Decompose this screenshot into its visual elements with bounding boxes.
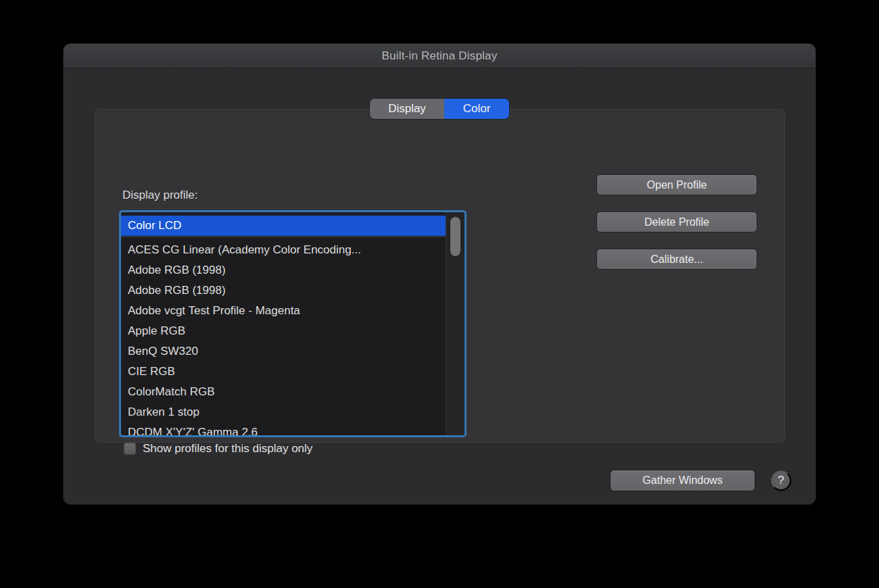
- open-profile-button[interactable]: Open Profile: [597, 175, 757, 195]
- calibrate-button[interactable]: Calibrate...: [597, 249, 757, 269]
- profile-row[interactable]: BenQ SW320: [121, 341, 446, 362]
- profile-row[interactable]: Adobe RGB (1998): [121, 280, 446, 301]
- profile-row[interactable]: Adobe RGB (1998): [121, 260, 446, 280]
- display-color-segmented-control: Display Color: [370, 99, 509, 119]
- profile-row[interactable]: Darken 1 stop: [121, 402, 446, 422]
- profile-row[interactable]: ACES CG Linear (Academy Color Encoding..…: [121, 240, 446, 260]
- show-profiles-checkbox-label: Show profiles for this display only: [143, 442, 312, 456]
- title-bar[interactable]: Built-in Retina Display: [64, 44, 815, 68]
- profile-row[interactable]: ColorMatch RGB: [121, 382, 446, 402]
- profile-row[interactable]: CIE RGB: [121, 362, 446, 382]
- color-settings-groupbox: Display profile: Color LCD ACES CG Linea…: [95, 109, 785, 443]
- profile-row[interactable]: Adobe vcgt Test Profile - Magenta: [121, 301, 446, 321]
- tab-color[interactable]: Color: [444, 99, 509, 119]
- display-profile-label: Display profile:: [122, 189, 198, 202]
- preferences-window: Built-in Retina Display Display Color Di…: [64, 44, 815, 504]
- profile-row-clipped[interactable]: DCDM X'Y'Z' Gamma 2.6: [121, 422, 446, 437]
- gather-windows-button[interactable]: Gather Windows: [611, 470, 755, 491]
- tab-display[interactable]: Display: [370, 99, 444, 119]
- list-separator: [121, 237, 446, 237]
- show-profiles-checkbox[interactable]: [124, 443, 136, 455]
- scrollbar-track[interactable]: [446, 212, 465, 435]
- help-button[interactable]: ?: [771, 470, 791, 491]
- scrollbar-thumb[interactable]: [450, 217, 460, 256]
- profile-row[interactable]: Apple RGB: [121, 321, 446, 341]
- profile-row-selected[interactable]: Color LCD: [121, 216, 446, 236]
- delete-profile-button[interactable]: Delete Profile: [597, 212, 757, 232]
- window-title: Built-in Retina Display: [382, 49, 498, 63]
- show-profiles-checkbox-row: Show profiles for this display only: [124, 442, 312, 456]
- display-profile-list[interactable]: Color LCD ACES CG Linear (Academy Color …: [119, 210, 467, 437]
